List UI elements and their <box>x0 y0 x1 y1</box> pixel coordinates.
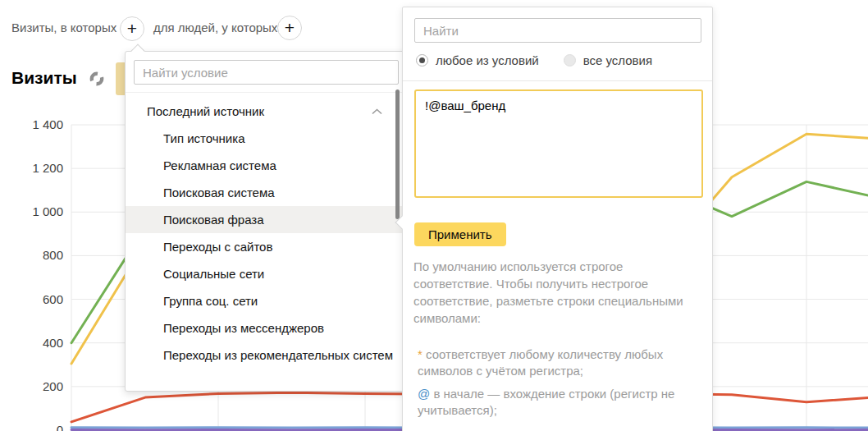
condition-item[interactable]: Переходы с сайтов <box>126 233 407 260</box>
condition-items: Тип источникаРекламная системаПоисковая … <box>126 125 407 369</box>
condition-item[interactable]: Переходы из мессенджеров <box>126 314 407 342</box>
phrase-search-input[interactable] <box>414 18 701 43</box>
radio-all-label: все условия <box>583 53 652 67</box>
help-rule: * соответствует любому количеству любых … <box>418 346 701 379</box>
condition-item[interactable]: Рекламная система <box>126 152 407 179</box>
help-rule: @ в начале — вхождение строки (регистр н… <box>418 386 701 419</box>
add-people-condition-button[interactable]: + <box>277 16 302 40</box>
refresh-icon[interactable] <box>89 71 105 87</box>
svg-text:800: 800 <box>43 248 63 262</box>
visits-filter-label: Визиты, в которых <box>11 21 116 34</box>
phrase-search-section <box>403 7 712 43</box>
chevron-up-icon <box>372 108 382 115</box>
condition-item[interactable]: Переходы из рекомендательных систем <box>126 342 407 369</box>
radio-any-condition[interactable]: любое из условий <box>416 53 539 67</box>
condition-search-input[interactable] <box>134 60 399 85</box>
search-phrase-panel: любое из условий все условия !@ваш_бренд… <box>402 7 713 431</box>
people-filter-label: для людей, у которых <box>153 21 277 34</box>
condition-search-section <box>126 52 407 93</box>
radio-any-icon <box>416 54 428 66</box>
condition-item[interactable]: Тип источника <box>126 125 407 152</box>
rule-symbol: * <box>418 347 423 361</box>
add-visit-condition-button[interactable]: + <box>120 16 144 41</box>
help-intro: По умолчанию используется строгое соотве… <box>413 258 701 327</box>
condition-item[interactable]: Группа соц. сети <box>126 287 407 314</box>
panel-divider <box>403 80 712 81</box>
svg-text:200: 200 <box>43 379 63 393</box>
svg-text:1 200: 1 200 <box>32 161 63 175</box>
rule-symbol: @ <box>418 387 430 401</box>
condition-group-last-source[interactable]: Последний источник <box>126 98 407 125</box>
page-title: Визиты <box>11 68 77 88</box>
apply-button[interactable]: Применить <box>414 222 506 246</box>
svg-text:1 400: 1 400 <box>32 117 63 131</box>
help-text: По умолчанию используется строгое соотве… <box>413 258 701 431</box>
help-rules: * соответствует любому количеству любых … <box>413 346 701 431</box>
condition-list: Последний источник Тип источникаРекламна… <box>126 93 407 375</box>
condition-item[interactable]: Поисковая система <box>126 179 407 206</box>
radio-all-icon <box>564 54 576 66</box>
radio-all-conditions[interactable]: все условия <box>564 53 652 67</box>
rule-symbol: ~ <box>418 426 425 431</box>
help-rule: ~ в начале — режим регулярного выражения… <box>418 425 701 431</box>
radio-any-label: любое из условий <box>436 53 539 67</box>
svg-text:1 000: 1 000 <box>32 204 63 218</box>
condition-item[interactable]: Социальные сети <box>126 260 407 287</box>
dropdown-scrollbar[interactable] <box>395 89 400 219</box>
svg-text:0: 0 <box>57 423 63 431</box>
phrase-values-textarea[interactable]: !@ваш_бренд <box>414 89 703 198</box>
svg-text:600: 600 <box>43 292 63 306</box>
condition-group-label: Последний источник <box>147 104 264 118</box>
svg-text:400: 400 <box>43 336 63 350</box>
condition-dropdown: Последний источник Тип источникаРекламна… <box>125 51 408 392</box>
metrica-segmentation-ui: 02004006008001 0001 2001 400 Визиты, в к… <box>0 0 868 431</box>
match-mode-radios: любое из условий все условия <box>403 43 712 80</box>
condition-item[interactable]: Поисковая фраза <box>126 206 407 233</box>
